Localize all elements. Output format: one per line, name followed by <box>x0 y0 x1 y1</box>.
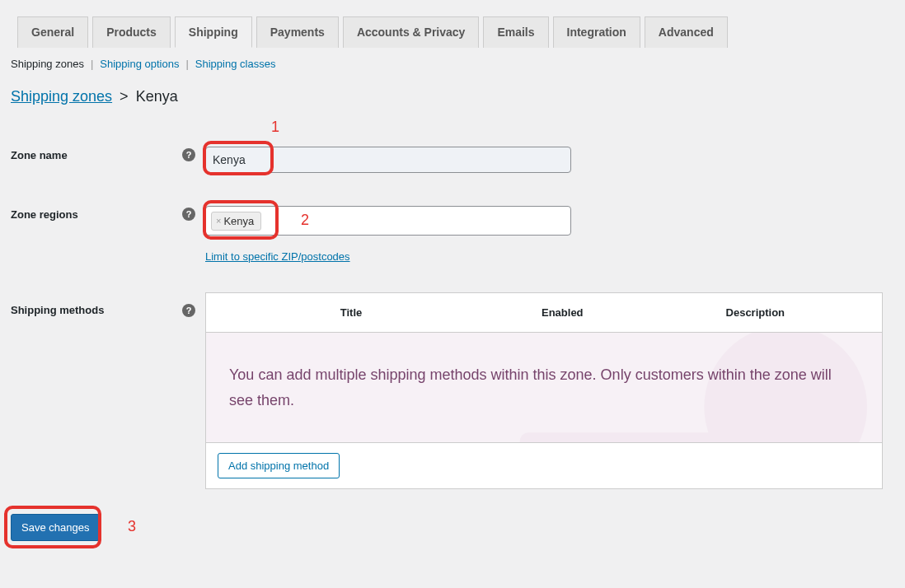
column-title: Title <box>223 306 480 319</box>
svg-rect-1 <box>520 432 726 442</box>
separator: | <box>91 58 93 70</box>
save-row: Save changes 3 <box>11 514 889 541</box>
tab-emails[interactable]: Emails <box>483 16 548 48</box>
save-button[interactable]: Save changes <box>11 514 100 541</box>
settings-tabs: General Products Shipping Payments Accou… <box>17 16 889 48</box>
shipping-methods-row: Shipping methods ? Title Enabled Descrip… <box>11 292 889 489</box>
zone-name-input[interactable] <box>205 147 571 173</box>
help-icon[interactable]: ? <box>182 208 195 221</box>
tab-integration[interactable]: Integration <box>553 16 640 48</box>
tab-products[interactable]: Products <box>92 16 171 48</box>
add-shipping-method-button[interactable]: Add shipping method <box>218 453 340 478</box>
breadcrumb-separator: > <box>116 88 132 105</box>
region-tag-label: Kenya <box>223 215 254 227</box>
shipping-methods-label: Shipping methods <box>11 304 104 316</box>
empty-state-text: You can add multiple shipping methods wi… <box>229 362 859 413</box>
help-icon[interactable]: ? <box>182 304 195 317</box>
shipping-subtabs: Shipping zones | Shipping options | Ship… <box>11 48 889 78</box>
empty-state: You can add multiple shipping methods wi… <box>206 333 882 442</box>
tab-accounts-privacy[interactable]: Accounts & Privacy <box>343 16 480 48</box>
breadcrumb: Shipping zones > Kenya <box>11 78 889 112</box>
table-header: Title Enabled Description <box>206 293 882 333</box>
breadcrumb-current: Kenya <box>136 88 178 105</box>
table-footer: Add shipping method <box>206 442 882 488</box>
column-enabled: Enabled <box>480 306 645 319</box>
help-icon[interactable]: ? <box>182 148 195 161</box>
zone-regions-row: Zone regions ? × Kenya 2 Limit to specif… <box>11 206 889 263</box>
annotation-number: 3 <box>128 518 136 535</box>
subtab-classes[interactable]: Shipping classes <box>195 58 276 70</box>
column-description: Description <box>645 306 865 319</box>
limit-postcodes-link[interactable]: Limit to specific ZIP/postcodes <box>205 250 350 263</box>
shipping-methods-table: Title Enabled Description You can add mu… <box>205 292 883 489</box>
zone-regions-input[interactable]: × Kenya <box>205 206 571 236</box>
tab-shipping[interactable]: Shipping <box>175 16 252 48</box>
zone-name-row: Zone name ? 1 <box>11 147 889 173</box>
zone-regions-label: Zone regions <box>11 208 78 221</box>
tab-advanced[interactable]: Advanced <box>645 16 728 48</box>
annotation-number: 2 <box>301 212 309 229</box>
separator: | <box>185 58 188 70</box>
zone-name-label: Zone name <box>11 149 68 161</box>
close-icon[interactable]: × <box>216 216 221 226</box>
breadcrumb-zones-link[interactable]: Shipping zones <box>11 88 112 105</box>
tab-general[interactable]: General <box>17 16 88 48</box>
subtab-zones[interactable]: Shipping zones <box>11 58 84 70</box>
annotation-number: 1 <box>271 119 279 136</box>
tab-payments[interactable]: Payments <box>256 16 339 48</box>
region-tag: × Kenya <box>211 212 261 231</box>
subtab-options[interactable]: Shipping options <box>100 58 179 70</box>
